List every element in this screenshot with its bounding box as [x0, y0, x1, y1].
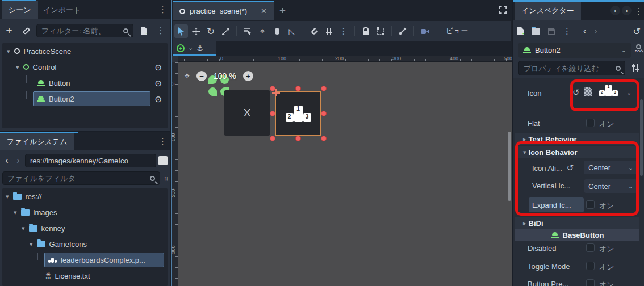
toggle-mode-checkbox[interactable]: [586, 262, 595, 270]
chevron-down-icon[interactable]: ⌄: [188, 44, 193, 52]
zoom-in-button[interactable]: +: [243, 71, 253, 81]
snap-options-menu-icon[interactable]: ⋮: [337, 24, 350, 38]
button-pressed-checkbox[interactable]: [586, 279, 595, 286]
filesystem-menu-icon[interactable]: ⋮: [158, 136, 166, 146]
tree-item-control[interactable]: ▾ Control ⊙: [2, 59, 168, 75]
resize-handle[interactable]: [270, 111, 275, 116]
chevron-down-icon[interactable]: ▾: [22, 225, 25, 232]
tree-item-images[interactable]: ▾ images: [2, 204, 168, 220]
anchor-icon[interactable]: ⚓: [196, 44, 203, 52]
property-row-vertical-icon-alignment[interactable]: Vertical Ic...: [532, 182, 570, 190]
icon-texture-preview[interactable]: 2 1 3: [599, 85, 618, 96]
tab-filesystem[interactable]: ファイルシステム: [0, 133, 74, 150]
resize-handle[interactable]: [321, 136, 327, 141]
inspector-menu-icon[interactable]: ⋮: [634, 6, 642, 16]
smart-snap-button[interactable]: [307, 24, 321, 38]
attach-script-button[interactable]: +: [137, 24, 150, 37]
resize-handle[interactable]: [295, 136, 301, 141]
group-node-button[interactable]: [374, 24, 387, 38]
tree-item-gameicons[interactable]: ▾ GameIcons: [2, 236, 168, 252]
center-view-icon[interactable]: ⌖: [185, 71, 190, 81]
edit-next-object-icon[interactable]: ›: [594, 26, 597, 36]
chevron-down-icon[interactable]: ▾: [16, 64, 19, 71]
open-docs-icon[interactable]: DOC: [635, 44, 642, 53]
move-tool-button[interactable]: [189, 24, 203, 38]
expand-viewport-icon[interactable]: [499, 6, 507, 14]
inspector-vertical-scrollbar[interactable]: [640, 99, 643, 176]
scale-tool-button[interactable]: [219, 24, 232, 38]
section-text-behavior[interactable]: ▸ Text Behavior: [515, 133, 639, 145]
view-menu-button[interactable]: ビュー: [440, 24, 474, 38]
tree-item-leaderboards-file[interactable]: leaderboardsComplex.p...: [2, 252, 168, 268]
grid-snap-button[interactable]: [322, 24, 336, 38]
pivot-crosshair-icon[interactable]: [272, 89, 280, 96]
property-row-icon-alignment[interactable]: Icon Ali... ↺: [532, 163, 574, 173]
scene-tree-menu-icon[interactable]: ⋮: [154, 24, 168, 37]
anchor-preset-icon[interactable]: +: [177, 44, 185, 52]
load-resource-folder-icon[interactable]: [532, 28, 540, 35]
visibility-eye-icon[interactable]: ⊙: [154, 63, 162, 72]
scene-filter-input[interactable]: [36, 24, 133, 37]
property-filter-input[interactable]: [518, 61, 625, 75]
revert-icon[interactable]: ↺: [567, 163, 574, 173]
history-back-icon[interactable]: ‹: [610, 6, 620, 15]
tab-scene[interactable]: シーン: [2, 1, 38, 19]
nav-back-icon[interactable]: ‹: [2, 154, 11, 167]
property-tools-icon[interactable]: [633, 64, 638, 72]
vertical-icon-alignment-dropdown[interactable]: Center ⌄: [584, 179, 638, 193]
tree-item-res[interactable]: ▾ res://: [2, 188, 168, 204]
tree-item-button[interactable]: Button ⊙: [2, 75, 168, 91]
instance-scene-button[interactable]: [19, 24, 33, 37]
resource-menu-icon[interactable]: ⋮: [563, 26, 571, 36]
scene-dock-menu-icon[interactable]: ⋮: [158, 5, 166, 15]
ruler-tool-button[interactable]: ◺: [285, 24, 299, 38]
resize-handle[interactable]: [321, 86, 327, 91]
path-field[interactable]: [25, 154, 156, 167]
tree-item-kenney[interactable]: ▾ kenney: [2, 220, 168, 236]
history-icon[interactable]: ↺: [633, 26, 641, 37]
chevron-down-icon[interactable]: ▾: [30, 241, 33, 248]
resize-handle[interactable]: [321, 111, 327, 116]
history-forward-icon[interactable]: ›: [622, 6, 632, 15]
rotate-tool-button[interactable]: ↻: [204, 24, 218, 38]
new-resource-icon[interactable]: +: [517, 27, 524, 35]
add-node-button[interactable]: +: [2, 24, 16, 37]
flat-checkbox[interactable]: [586, 119, 595, 127]
canvas-button2-selected[interactable]: 2 1 3: [275, 91, 321, 136]
visibility-eye-icon[interactable]: ⊙: [154, 79, 162, 87]
property-row-expand-icon[interactable]: Expand Ic...: [529, 197, 584, 212]
pan-tool-button[interactable]: [270, 24, 284, 38]
property-row-disabled[interactable]: Disabled: [528, 244, 557, 253]
preview-camera-button[interactable]: [418, 24, 432, 38]
tab-practice-scene[interactable]: practice_scene(*) ✕: [173, 2, 274, 20]
list-select-tool-button[interactable]: [241, 24, 254, 38]
resize-handle[interactable]: [270, 136, 275, 141]
lock-node-button[interactable]: [359, 24, 373, 38]
property-row-toggle-mode[interactable]: Toggle Mode: [528, 262, 570, 271]
canvas-button-x[interactable]: X: [224, 90, 270, 136]
visibility-eye-icon[interactable]: ⊙: [154, 95, 162, 103]
edit-texture-icon[interactable]: [584, 87, 592, 96]
expand-icon-checkbox[interactable]: [586, 200, 595, 209]
canvas-2d-viewport[interactable]: 0 100 200 300 400 500 0 100 200 300: [172, 56, 512, 286]
icon-alignment-dropdown[interactable]: Center ⌄: [584, 161, 638, 174]
resize-handle[interactable]: [295, 86, 301, 91]
chevron-down-icon[interactable]: ▾: [6, 193, 9, 200]
chevron-down-icon[interactable]: ▾: [14, 209, 17, 216]
close-tab-icon[interactable]: ✕: [261, 7, 267, 15]
disabled-checkbox[interactable]: [586, 243, 595, 252]
edit-prev-object-icon[interactable]: ‹: [583, 26, 586, 36]
file-filter-input[interactable]: [2, 171, 160, 185]
chevron-down-icon[interactable]: ⌄: [626, 89, 632, 96]
section-bidi[interactable]: ▸ BiDi: [515, 217, 639, 229]
property-row-icon[interactable]: Icon: [528, 89, 542, 98]
property-row-flat[interactable]: Flat: [528, 119, 540, 128]
nav-forward-icon[interactable]: ›: [14, 154, 23, 167]
tree-item-button2[interactable]: Button2 ⊙: [2, 91, 168, 107]
save-resource-icon[interactable]: [548, 28, 555, 35]
revert-icon[interactable]: ↺: [572, 87, 580, 98]
file-preview-swatch[interactable]: [158, 156, 168, 165]
select-tool-button[interactable]: [174, 24, 188, 38]
chevron-down-icon[interactable]: ▾: [7, 48, 10, 55]
tab-import[interactable]: インポート: [36, 1, 87, 19]
